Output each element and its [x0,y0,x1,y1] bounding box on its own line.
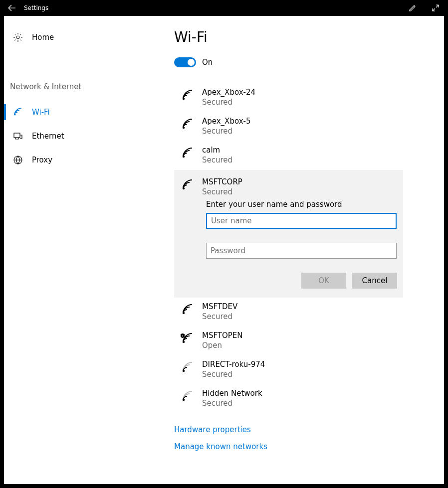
network-status: Secured [202,155,232,165]
pencil-icon [409,4,417,12]
network-name: DIRECT-roku-974 [202,359,265,369]
sidebar-category-header: Network & Internet [4,49,161,100]
network-status: Secured [202,369,265,379]
svg-point-4 [183,98,185,100]
svg-point-8 [183,312,185,314]
network-name: Apex_Xbox-24 [202,87,255,97]
ok-button[interactable]: OK [301,273,346,289]
sidebar-home-label: Home [24,33,54,42]
wifi-signal-icon [180,146,194,160]
main-panel: Wi-Fi On Apex_Xbox-24 Secured Apex_Xbox-… [161,16,444,484]
window-title: Settings [23,4,48,11]
svg-point-6 [183,156,185,158]
network-item[interactable]: Apex_Xbox-5 Secured [174,112,403,141]
svg-text:!: ! [182,334,183,338]
wifi-icon [12,107,24,117]
network-status: Secured [202,187,242,197]
wifi-signal-icon [180,88,194,102]
wifi-signal-icon [180,360,194,374]
network-item[interactable]: ! MSFTOPEN Open [174,326,403,355]
network-name: MSFTCORP [202,177,242,187]
password-input[interactable] [206,243,397,259]
svg-rect-2 [14,133,20,138]
sidebar-item-proxy[interactable]: Proxy [4,148,161,172]
wifi-signal-icon [180,389,194,403]
network-status: Secured [202,126,250,136]
wifi-toggle[interactable] [174,57,196,67]
sidebar-item-ethernet[interactable]: Ethernet [4,124,161,148]
username-input[interactable] [206,213,397,229]
svg-point-0 [16,36,19,39]
sidebar: Home Network & Internet Wi-Fi Ethernet [4,16,161,484]
network-name: Apex_Xbox-5 [202,116,250,126]
network-item[interactable]: MSFTDEV Secured [174,298,403,326]
wifi-signal-icon [180,117,194,131]
wifi-signal-icon [180,178,194,192]
svg-point-5 [183,127,185,129]
sidebar-item-label: Ethernet [24,132,64,141]
wifi-signal-icon [180,303,194,317]
sidebar-item-wifi[interactable]: Wi-Fi [4,100,161,124]
network-item[interactable]: Apex_Xbox-24 Secured [174,83,403,112]
network-name: calm [202,145,232,155]
back-button[interactable] [1,0,23,16]
wifi-toggle-label: On [202,58,213,67]
network-name: Hidden Network [202,388,262,398]
fullscreen-button[interactable] [424,0,447,16]
svg-point-7 [183,187,185,189]
network-status: Open [202,340,243,350]
svg-point-1 [14,114,16,116]
network-item[interactable]: Hidden Network Secured [174,384,403,413]
sidebar-item-label: Proxy [24,156,52,164]
globe-icon [12,155,24,165]
wifi-signal-icon: ! [180,331,194,345]
arrow-left-icon [8,4,16,12]
sidebar-home[interactable]: Home [4,25,161,49]
gear-icon [12,32,24,42]
credential-prompt: Enter your user name and password [180,197,397,213]
network-name: MSFTOPEN [202,330,243,340]
network-status: Secured [202,312,237,322]
sidebar-item-label: Wi-Fi [24,108,50,117]
network-status: Secured [202,97,255,107]
svg-point-9 [183,341,185,343]
network-item-expanded[interactable]: MSFTCORP Secured Enter your user name an… [174,170,403,298]
network-name: MSFTDEV [202,302,237,312]
network-item[interactable]: DIRECT-roku-974 Secured [174,355,403,384]
wifi-toggle-row: On [174,57,403,67]
ethernet-icon [12,131,24,141]
svg-point-11 [183,370,185,372]
network-item[interactable]: calm Secured [174,141,403,170]
cancel-button[interactable]: Cancel [352,273,397,289]
page-heading: Wi-Fi [174,29,403,45]
svg-point-12 [183,399,185,401]
hardware-properties-link[interactable]: Hardware properties [174,421,403,438]
toggle-knob [188,59,195,66]
edit-button[interactable] [401,0,424,16]
manage-known-networks-link[interactable]: Manage known networks [174,438,403,455]
network-status: Secured [202,398,262,408]
title-bar: Settings [0,0,448,16]
expand-icon [432,4,439,11]
